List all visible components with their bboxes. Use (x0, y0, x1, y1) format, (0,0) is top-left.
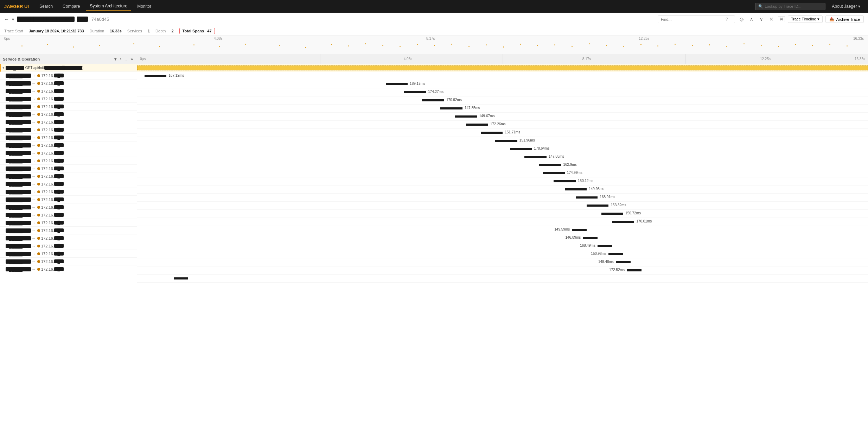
span-redacted-end: █ (54, 221, 64, 225)
span-row[interactable]: n█████_api → 172.16. █ (0, 211, 137, 219)
tl-child-row[interactable]: 174.99ms (137, 169, 868, 177)
span-dot (37, 252, 40, 255)
tl-child-row[interactable]: 178.64ms (137, 145, 868, 153)
span-row[interactable]: n█████_api → 172.16. █ (0, 72, 137, 80)
tl-tick-2: 8.17s (497, 57, 676, 61)
find-input[interactable] (661, 17, 724, 21)
expand-deep-button[interactable]: » (129, 56, 134, 62)
span-row[interactable]: n█████_api → 172.16. █ (0, 258, 137, 265)
tl-child-row[interactable]: 148.48ms (137, 258, 868, 266)
find-box[interactable]: ? (658, 15, 735, 23)
archive-trace-button[interactable]: 📥 Archive Trace (825, 15, 864, 23)
collapse-all-button[interactable]: ▾ (113, 56, 117, 62)
span-row[interactable]: n█████_api → 172.16. █ (0, 87, 137, 95)
span-redacted-end: █ (54, 213, 64, 217)
tl-child-row[interactable]: 150.72ms (137, 210, 868, 218)
span-row[interactable]: n█████_api → 172.16. █ (0, 172, 137, 180)
span-ip: 172.16. (41, 190, 54, 194)
span-redacted-end: █ (54, 228, 64, 232)
tl-child-row[interactable]: 170.92ms (137, 96, 868, 105)
span-row[interactable]: n█████_api → 172.16. █ (0, 118, 137, 126)
span-row[interactable]: n█████_api → 172.16. █ (0, 111, 137, 118)
nav-search[interactable]: Search (36, 2, 56, 10)
span-row[interactable]: n█████_api → 172.16. █ (0, 142, 137, 149)
tl-child-row[interactable]: 149.67ms (137, 113, 868, 121)
mini-timeline[interactable]: 0μs 4.08s 8.17s 12.25s 16.33s (0, 36, 868, 54)
tl-row-root[interactable] (137, 64, 868, 72)
span-row[interactable]: n█████_api → 172.16. █ (0, 149, 137, 157)
tl-child-row[interactable]: 174.27ms (137, 88, 868, 96)
tl-child-row[interactable]: 189.17ms (137, 80, 868, 88)
tl-child-row[interactable]: 151.71ms (137, 129, 868, 137)
expand-all-button[interactable]: ↓ (124, 56, 128, 62)
span-duration-label: 178.64ms (534, 146, 549, 150)
span-row-root[interactable]: ▾ █ GET api/Init █ ) (0, 64, 137, 72)
tl-child-row[interactable]: 147.85ms (137, 105, 868, 113)
span-svc-name: n█████_api (6, 166, 31, 171)
trace-start-label: Trace Start (4, 29, 23, 33)
span-row[interactable]: n█████_api → 172.16. █ (0, 180, 137, 188)
tl-child-row[interactable]: 151.96ms (137, 137, 868, 145)
tl-child-row[interactable]: 168.91ms (137, 194, 868, 202)
trace-lookup-box[interactable]: 🔍 (755, 3, 825, 10)
trace-id-input[interactable] (765, 4, 821, 8)
timeline-body[interactable]: 167.12ms189.17ms174.27ms170.92ms147.85ms… (137, 64, 868, 440)
span-bar-container: 151.96ms (137, 137, 868, 145)
span-row[interactable]: n█████_api → 172.16. █ (0, 242, 137, 250)
duration-label: Duration (90, 29, 104, 33)
tl-child-row[interactable]: 150.98ms (137, 250, 868, 258)
span-row[interactable]: n█████_api → 172.16. █ (0, 126, 137, 134)
expand-button[interactable]: ▾ (12, 17, 14, 22)
nav-system-architecture[interactable]: System Architecture (86, 2, 131, 11)
tl-child-row[interactable]: 167.12ms (137, 72, 868, 80)
tl-child-row[interactable]: 172.26ms (137, 121, 868, 129)
tl-child-row[interactable]: 150.12ms (137, 177, 868, 186)
tl-child-row[interactable]: 147.88ms (137, 153, 868, 161)
back-button[interactable]: ← (4, 17, 9, 22)
tl-child-row[interactable]: 162.9ms (137, 161, 868, 169)
span-row[interactable]: n█████_api → 172.16. █ (0, 227, 137, 234)
refresh-icon[interactable]: ◎ (738, 15, 745, 23)
span-svc-name: n█████_api (6, 252, 31, 256)
tl-child-row[interactable]: 149.93ms (137, 186, 868, 194)
span-arrow: → (32, 112, 36, 117)
span-row[interactable]: n█████_api → 172.16. █ (0, 95, 137, 103)
span-row[interactable]: n█████_api → 172.16. █ (0, 134, 137, 142)
span-row[interactable]: n█████_api → 172.16. █ (0, 196, 137, 203)
span-row[interactable]: n█████_api → 172.16. █ (0, 250, 137, 258)
span-row[interactable]: n█████_api → 172.16. █ (0, 203, 137, 211)
tl-child-row[interactable]: 149.59ms (137, 226, 868, 234)
tl-child-row[interactable]: 170.01ms (137, 218, 868, 226)
span-bar (576, 196, 598, 199)
mini-time-labels: 0μs 4.08s 8.17s 12.25s 16.33s (0, 36, 868, 41)
next-icon[interactable]: ∨ (758, 15, 765, 23)
tl-child-row[interactable]: 153.32ms (137, 202, 868, 210)
span-row[interactable]: n█████_api → 172.16. █ (0, 219, 137, 227)
close-find-icon[interactable]: ✕ (768, 15, 775, 23)
nav-monitor[interactable]: Monitor (134, 2, 155, 10)
span-ip: 172.16. (41, 120, 54, 124)
span-duration-label: 149.67ms (479, 114, 495, 118)
tl-child-row[interactable]: 172.52ms (137, 266, 868, 275)
span-row[interactable]: n█████_api → 172.16. █ (0, 265, 137, 273)
span-ip: 172.16. (41, 105, 54, 109)
about-button[interactable]: About Jaeger ▾ (828, 2, 864, 10)
tl-child-row[interactable]: 168.49ms (137, 242, 868, 250)
span-row[interactable]: n█████_api → 172.16. █ (0, 103, 137, 111)
timeline-dropdown-button[interactable]: Trace Timeline ▾ (788, 15, 823, 23)
depth-value: 2 (171, 29, 173, 33)
span-row[interactable]: n█████_api → 172.16. █ (0, 188, 137, 196)
span-row[interactable]: n█████_api → 172.16. █ (0, 165, 137, 172)
mini-tick-0: 0μs (4, 37, 10, 40)
span-row[interactable]: n█████_api → 172.16. █ (0, 80, 137, 87)
span-row[interactable]: n█████_api → 172.16. █ (0, 234, 137, 242)
span-svc-name: n█████_api (6, 136, 31, 140)
prev-icon[interactable]: ∧ (748, 15, 755, 23)
trace-start-value: January 18 2024, 10:21:32.733 (29, 29, 84, 33)
tl-child-row[interactable]: 146.89ms (137, 234, 868, 242)
span-svc-name: n█████_api (6, 143, 31, 147)
tl-child-row[interactable] (137, 275, 868, 283)
expand-one-button[interactable]: › (119, 56, 122, 62)
span-row[interactable]: n█████_api → 172.16. █ (0, 157, 137, 165)
nav-compare[interactable]: Compare (59, 2, 83, 10)
